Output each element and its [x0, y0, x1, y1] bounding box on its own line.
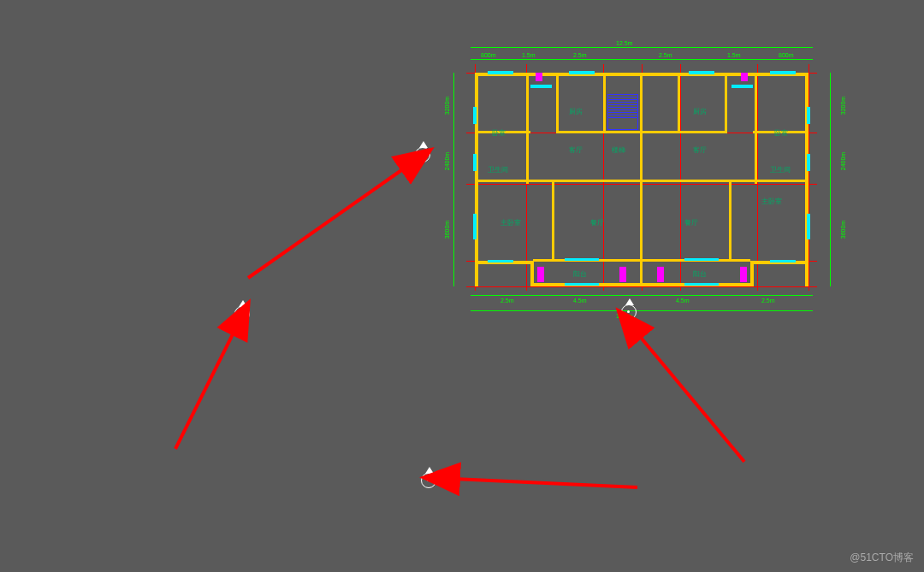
compass-marker	[621, 304, 637, 320]
compass-marker	[421, 473, 436, 488]
dim-top-total-text: 12.5m	[616, 40, 632, 46]
svg-line-3	[637, 333, 744, 462]
svg-line-0	[248, 167, 406, 278]
dim-left	[453, 73, 454, 286]
compass-marker	[415, 147, 430, 162]
dim-right	[830, 73, 831, 286]
dim-top-seg	[471, 59, 813, 60]
floor-plan: 12.5m 800m 1.5m 2.5m 2.5m 1.5m 800m 3200…	[436, 47, 847, 321]
window	[488, 71, 513, 74]
dim-bottom-seg	[471, 295, 813, 296]
stairs	[607, 94, 638, 130]
svg-line-2	[453, 479, 637, 487]
compass-marker	[234, 306, 250, 321]
door	[536, 73, 542, 81]
svg-line-1	[175, 329, 235, 449]
watermark: @51CTO博客	[850, 551, 914, 565]
dim-top-total	[471, 47, 813, 48]
room-label: 卧室	[492, 128, 506, 138]
dim-bottom-total	[471, 310, 813, 311]
